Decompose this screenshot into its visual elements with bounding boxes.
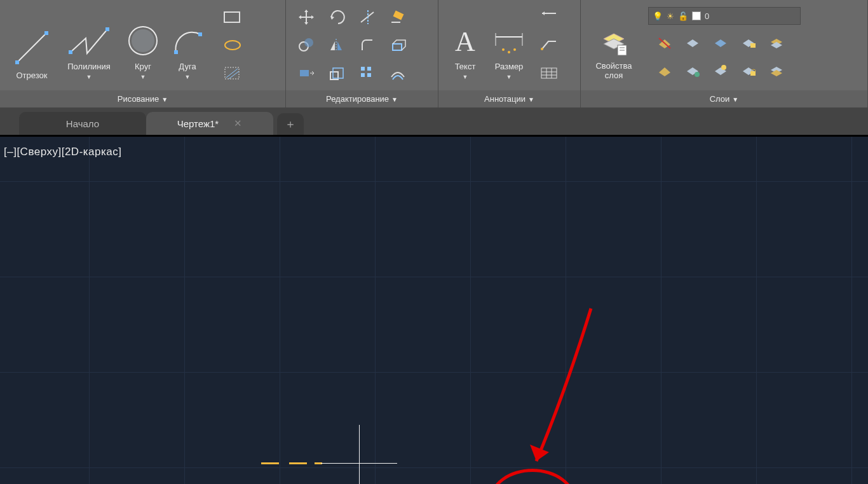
tool-polyline[interactable]: Полилиния ▼ — [57, 10, 121, 80]
tool-dimension[interactable]: Размер ▼ — [485, 10, 532, 80]
layer-freeze[interactable] — [708, 30, 733, 55]
circle-icon — [125, 23, 161, 59]
tool-trim[interactable] — [353, 4, 381, 30]
close-icon[interactable]: ✕ — [234, 118, 242, 129]
tool-stretch[interactable] — [292, 60, 320, 86]
tool-table[interactable] — [535, 60, 563, 86]
panel-annotate: A Текст ▼ Размер ▼ Аннотации▼ — [438, 0, 581, 107]
panel-layers-title[interactable]: Слои▼ — [581, 90, 867, 107]
layer-unlock[interactable] — [736, 58, 761, 83]
tab-home[interactable]: Начало — [19, 112, 146, 135]
panel-modify-title[interactable]: Редактирование▼ — [286, 90, 438, 107]
svg-rect-21 — [300, 70, 309, 76]
view-controls-label[interactable]: [–][Сверху][2D-каркас] — [4, 146, 122, 158]
panel-annotate-title[interactable]: Аннотации▼ — [438, 90, 580, 107]
layer-unisolate[interactable] — [680, 58, 705, 83]
tool-arc-label: Дуга — [179, 62, 196, 71]
crosshair-vertical — [359, 425, 360, 484]
svg-line-0 — [17, 33, 46, 62]
layer-on[interactable] — [652, 58, 677, 83]
tool-line-label: Отрезок — [17, 71, 48, 80]
lightbulb-on-icon: 💡 — [653, 11, 663, 21]
svg-point-10 — [225, 41, 240, 50]
svg-rect-45 — [750, 43, 756, 48]
line-icon — [12, 28, 51, 67]
polyline-icon — [67, 19, 111, 59]
svg-point-32 — [502, 48, 505, 51]
svg-rect-16 — [393, 11, 404, 20]
tool-layer-properties[interactable]: Свойства слоя — [587, 10, 641, 80]
document-tabs: Начало Чертеж1* ✕ ＋ — [0, 108, 868, 135]
layer-off[interactable] — [652, 30, 677, 55]
tool-polyline-label: Полилиния — [67, 62, 110, 71]
tool-circle-label: Круг — [135, 62, 151, 71]
panel-modify: Редактирование▼ — [286, 0, 438, 107]
tool-move[interactable] — [292, 4, 320, 30]
layer-color-swatch — [692, 11, 701, 20]
chevron-down-icon: ▼ — [165, 74, 210, 80]
svg-rect-26 — [361, 73, 365, 77]
annotation-arrow — [521, 302, 610, 480]
ribbon: Отрезок Полилиния ▼ Круг ▼ Дуга ▼ — [0, 0, 868, 108]
panel-draw-title[interactable]: Рисование▼ — [0, 90, 285, 107]
chevron-down-icon: ▼ — [57, 74, 121, 80]
tool-text[interactable]: A Текст ▼ — [445, 10, 485, 80]
tool-explode[interactable] — [384, 32, 412, 58]
svg-point-36 — [541, 48, 543, 50]
tool-scale[interactable] — [323, 60, 351, 86]
tool-fillet[interactable] — [353, 32, 381, 58]
panel-draw: Отрезок Полилиния ▼ Круг ▼ Дуга ▼ — [0, 0, 286, 107]
svg-rect-3 — [69, 50, 72, 54]
svg-point-33 — [508, 51, 510, 53]
rubber-band-dash — [289, 462, 307, 464]
layer-isolate[interactable] — [680, 30, 705, 55]
svg-rect-27 — [367, 73, 371, 77]
lock-open-icon: 🔓 — [678, 11, 688, 21]
chevron-down-icon: ▼ — [445, 74, 485, 80]
layer-match[interactable] — [764, 58, 789, 83]
layer-combo[interactable]: 💡 ☀ 🔓 0 — [648, 7, 801, 25]
tool-array[interactable] — [353, 60, 381, 86]
layer-properties-icon — [599, 27, 629, 58]
tab-drawing1[interactable]: Чертеж1* ✕ — [146, 112, 273, 135]
svg-point-46 — [695, 72, 700, 77]
tool-line[interactable]: Отрезок — [6, 10, 57, 80]
tool-erase[interactable] — [384, 4, 412, 30]
tool-rotate[interactable] — [323, 4, 351, 30]
drawing-canvas[interactable]: [–][Сверху][2D-каркас] Высота <4.0000>: — [0, 135, 868, 484]
panel-layers: Свойства слоя 💡 ☀ 🔓 0 — [581, 0, 868, 107]
svg-rect-20 — [393, 44, 402, 50]
svg-rect-7 — [174, 50, 178, 54]
rubber-band-dash — [261, 462, 279, 464]
svg-rect-4 — [105, 27, 109, 31]
svg-rect-1 — [15, 60, 19, 64]
svg-point-19 — [304, 38, 313, 47]
svg-rect-8 — [198, 32, 202, 36]
arc-icon — [170, 23, 205, 59]
svg-point-34 — [513, 48, 516, 51]
tool-mirror[interactable] — [323, 32, 351, 58]
tool-circle[interactable]: Круг ▼ — [121, 10, 165, 80]
layer-lock[interactable] — [736, 30, 761, 55]
svg-rect-25 — [367, 67, 371, 71]
tool-rectangle[interactable] — [219, 4, 247, 30]
crosshair-horizontal — [321, 463, 397, 464]
tab-add-button[interactable]: ＋ — [277, 113, 304, 135]
layer-thaw[interactable] — [708, 58, 733, 83]
svg-rect-9 — [224, 12, 240, 22]
tool-layer-properties-label: Свойства слоя — [595, 62, 632, 80]
chevron-down-icon: ▼ — [121, 74, 165, 80]
tool-arc[interactable]: Дуга ▼ — [165, 10, 210, 80]
annotation-ellipse — [489, 469, 576, 484]
layer-name: 0 — [705, 11, 709, 21]
tool-leader[interactable] — [535, 4, 563, 30]
tool-ellipse[interactable] — [219, 32, 247, 58]
svg-point-6 — [132, 29, 154, 52]
sun-icon: ☀ — [667, 11, 674, 21]
tool-multileader[interactable] — [535, 32, 563, 58]
tool-copy[interactable] — [292, 32, 320, 58]
tool-offset[interactable] — [384, 60, 412, 86]
tool-hatch[interactable] — [219, 60, 247, 86]
layer-make-current[interactable] — [764, 30, 789, 55]
dimension-icon — [492, 31, 526, 59]
